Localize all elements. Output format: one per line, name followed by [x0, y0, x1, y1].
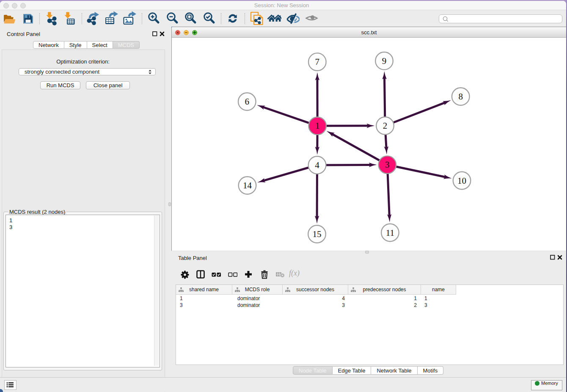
svg-text:2: 2 — [383, 121, 388, 131]
svg-text:4: 4 — [315, 160, 319, 170]
svg-text:1: 1 — [315, 121, 320, 131]
svg-text:3: 3 — [385, 160, 390, 170]
svg-text:9: 9 — [382, 56, 387, 66]
svg-text:15: 15 — [313, 229, 322, 239]
svg-text:14: 14 — [243, 180, 252, 190]
svg-text:10: 10 — [457, 176, 466, 186]
svg-text:8: 8 — [458, 91, 463, 102]
svg-text:7: 7 — [315, 57, 320, 67]
svg-text:11: 11 — [386, 228, 394, 238]
svg-text:6: 6 — [245, 97, 250, 107]
